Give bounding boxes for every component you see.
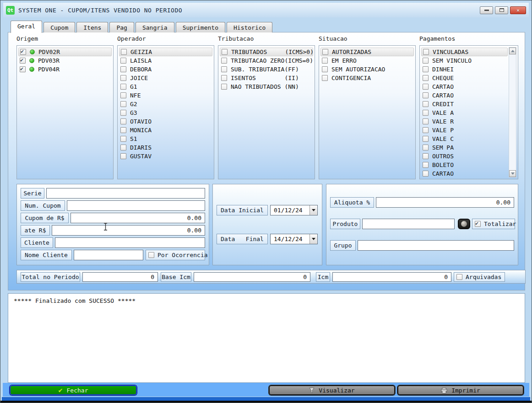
item-checkbox[interactable]: [423, 110, 429, 116]
item-checkbox[interactable]: [221, 58, 227, 64]
fechar-button[interactable]: ✔ Fechar: [10, 385, 137, 395]
list-item[interactable]: VINCULADAS: [421, 48, 508, 56]
list-item[interactable]: GEIZIA: [119, 48, 212, 56]
list-item[interactable]: CARTAO: [421, 91, 508, 100]
list-item[interactable]: GUSTAV: [119, 152, 212, 161]
close-button[interactable]: ✕: [510, 6, 526, 14]
list-item[interactable]: S1: [119, 134, 212, 143]
item-checkbox[interactable]: [121, 49, 127, 55]
situacao-list[interactable]: AUTORIZADAS EM ERRO SEM AUTORIZACAO CONT…: [319, 45, 416, 179]
list-item[interactable]: G3: [119, 108, 212, 117]
list-item[interactable]: EM ERRO: [320, 56, 414, 65]
nome-cliente-input[interactable]: [74, 250, 143, 260]
aliquota-input[interactable]: [376, 197, 514, 208]
list-item[interactable]: NAO TRIBUTADOS (NN): [220, 82, 313, 91]
list-item[interactable]: OTAVIO: [119, 117, 212, 126]
item-checkbox[interactable]: [120, 127, 126, 133]
item-checkbox[interactable]: [20, 58, 26, 64]
item-checkbox[interactable]: [120, 84, 126, 90]
data-inicial-select[interactable]: 01/12/24: [270, 205, 318, 215]
list-item[interactable]: CARTAO: [421, 169, 508, 178]
list-item[interactable]: OUTROS: [421, 152, 508, 161]
item-checkbox[interactable]: [20, 66, 26, 72]
pagamentos-list[interactable]: VINCULADAS SEM VINCULO DINHEI CHEQUE CAR…: [419, 45, 518, 179]
list-item[interactable]: VALE P: [421, 126, 508, 134]
list-item[interactable]: DEBORA: [119, 65, 212, 74]
list-item[interactable]: SEM PA: [421, 143, 508, 152]
origem-list[interactable]: PDV02R PDV03R PDV04R: [16, 45, 114, 179]
dropdown-button[interactable]: [309, 234, 317, 244]
item-checkbox[interactable]: [322, 49, 328, 55]
title-bar[interactable]: Qt SYSTEM ONE - CUPOM/ITENS VENDIDO NO P…: [3, 3, 529, 17]
maximize-button[interactable]: [495, 6, 508, 14]
dropdown-button[interactable]: [309, 205, 317, 215]
tab-itens[interactable]: Itens: [76, 22, 108, 32]
item-checkbox[interactable]: [423, 58, 429, 64]
por-ocorrencia-checkbox[interactable]: Por Ocorrencia: [146, 250, 205, 260]
icm-input[interactable]: [332, 272, 451, 282]
item-checkbox[interactable]: [221, 75, 227, 81]
log-area[interactable]: ***** Finalizado com SUCESSO *****: [8, 293, 525, 383]
list-item[interactable]: TRIBUTACAO ZERO(ICMS=0): [220, 56, 313, 65]
item-checkbox[interactable]: [120, 118, 126, 124]
list-item[interactable]: VALE A: [421, 108, 508, 117]
list-item[interactable]: SUB. TRIBUTARIA(FF): [220, 65, 313, 74]
list-item[interactable]: VALE R: [421, 117, 508, 126]
item-checkbox[interactable]: [423, 75, 429, 81]
tab-geral[interactable]: Geral: [11, 21, 42, 33]
list-item[interactable]: DINHEI: [421, 65, 508, 74]
tab-historico[interactable]: Historico: [227, 22, 272, 32]
pagamentos-scrollbar[interactable]: [509, 47, 516, 177]
list-item[interactable]: VALE C: [421, 134, 508, 143]
scroll-up-button[interactable]: [509, 48, 516, 54]
list-item[interactable]: DIARIS: [119, 143, 212, 152]
checkbox-checked-icon[interactable]: [475, 221, 481, 227]
list-item[interactable]: JOICE: [119, 74, 212, 82]
item-checkbox[interactable]: [423, 136, 429, 142]
produto-input[interactable]: [362, 219, 455, 229]
item-checkbox[interactable]: [221, 66, 227, 72]
list-item[interactable]: SEM VINCULO: [421, 56, 508, 65]
list-item[interactable]: TRIBUTADOS (ICMS>0): [220, 48, 313, 56]
visualizar-button[interactable]: Visualizar: [269, 385, 395, 395]
item-checkbox[interactable]: [221, 84, 227, 90]
list-item[interactable]: AUTORIZADAS: [320, 48, 414, 56]
list-item[interactable]: G1: [119, 82, 212, 91]
ate-rs-input[interactable]: [52, 225, 205, 236]
imprimir-button[interactable]: Imprimir: [397, 385, 524, 395]
item-checkbox[interactable]: [120, 92, 126, 98]
item-checkbox[interactable]: [120, 75, 126, 81]
item-checkbox[interactable]: [423, 153, 429, 159]
list-item[interactable]: CONTIGENCIA: [320, 74, 414, 82]
item-checkbox[interactable]: [20, 49, 26, 55]
item-checkbox[interactable]: [423, 127, 429, 133]
list-item[interactable]: PDV02R: [18, 48, 112, 56]
arquivadas-checkbox[interactable]: Arquivadas: [454, 272, 505, 282]
tab-suprimento[interactable]: Suprimento: [176, 22, 225, 32]
totalizar-checkbox[interactable]: Totalizar: [472, 219, 515, 229]
checkbox-icon[interactable]: [148, 252, 154, 258]
tab-pag[interactable]: Pag: [109, 22, 134, 32]
tab-cupom[interactable]: Cupom: [43, 22, 75, 32]
scroll-down-button[interactable]: [509, 170, 516, 177]
num-cupom-input[interactable]: [67, 200, 205, 211]
list-item[interactable]: PDV04R: [18, 65, 112, 74]
item-checkbox[interactable]: [120, 145, 126, 150]
item-checkbox[interactable]: [423, 49, 429, 55]
item-checkbox[interactable]: [120, 153, 126, 159]
list-item[interactable]: MONICA: [119, 126, 212, 134]
total-periodo-input[interactable]: [82, 272, 158, 282]
item-checkbox[interactable]: [322, 75, 328, 81]
item-checkbox[interactable]: [120, 58, 126, 64]
list-item[interactable]: CREDIT: [421, 100, 508, 108]
tab-sangria[interactable]: Sangria: [136, 22, 174, 32]
item-checkbox[interactable]: [423, 171, 429, 177]
item-checkbox[interactable]: [423, 118, 429, 124]
item-checkbox[interactable]: [423, 92, 429, 98]
data-final-select[interactable]: 14/12/24: [270, 234, 318, 244]
operador-list[interactable]: GEIZIA LAISLA DEBORA JOICE G1 NFE G2 G3 …: [117, 45, 214, 179]
list-item[interactable]: PDV03R: [18, 56, 112, 65]
minimize-button[interactable]: [480, 6, 493, 14]
checkbox-icon[interactable]: [456, 274, 462, 280]
item-checkbox[interactable]: [322, 66, 328, 72]
